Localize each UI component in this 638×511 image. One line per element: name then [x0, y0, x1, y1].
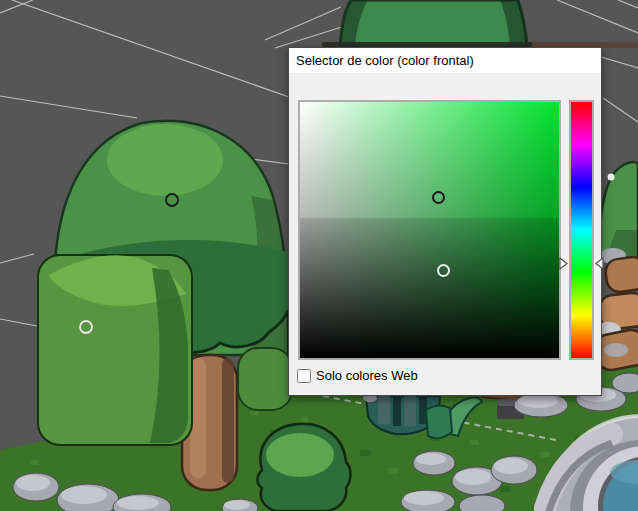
vertex-dot	[608, 174, 615, 181]
dialog-title: Selector de color (color frontal)	[296, 53, 474, 68]
viewport-3d[interactable]: Selector de color (color frontal) Solo c…	[0, 0, 638, 511]
can-spout	[426, 405, 452, 438]
small-bush[interactable]	[238, 348, 292, 410]
color-picker-dialog: Selector de color (color frontal) Solo c…	[288, 47, 602, 396]
color-marker-upper[interactable]	[432, 191, 445, 204]
saturation-value-square[interactable]	[298, 100, 561, 360]
web-colors-row: Solo colores Web	[297, 368, 418, 383]
web-colors-label: Solo colores Web	[316, 368, 418, 383]
hue-slider[interactable]	[569, 100, 594, 360]
cube-bush[interactable]	[38, 255, 192, 445]
dialog-titlebar[interactable]: Selector de color (color frontal)	[289, 48, 601, 73]
trunk-shadow	[222, 358, 234, 483]
round-bush[interactable]	[258, 424, 351, 511]
hue-arrow-left[interactable]	[559, 257, 568, 270]
color-marker-lower[interactable]	[437, 264, 450, 277]
foliage-highlight	[107, 124, 223, 196]
hue-arrow-right[interactable]	[595, 257, 604, 270]
web-colors-checkbox[interactable]	[297, 369, 311, 383]
